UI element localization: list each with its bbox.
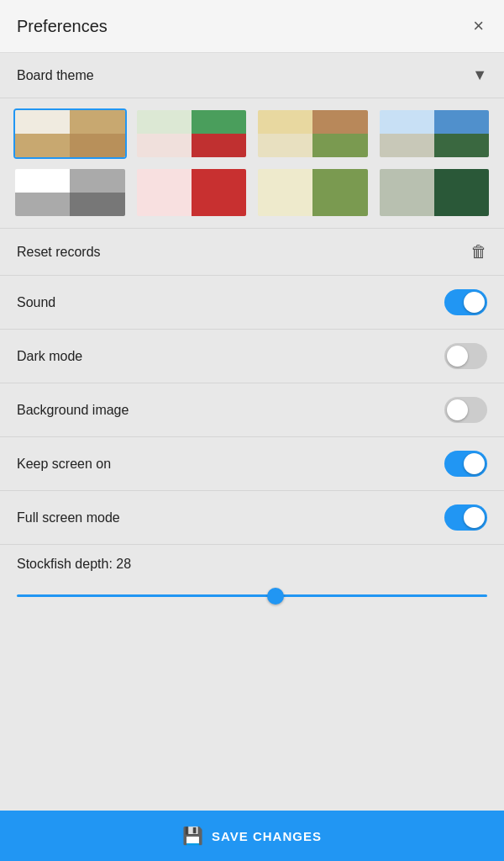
reset-records-button[interactable]: 🗑 (470, 242, 487, 261)
theme-swatch-5[interactable] (13, 167, 127, 218)
sound-label: Sound (17, 295, 55, 310)
full-screen-mode-toggle-slider (444, 504, 487, 531)
stockfish-label: Stockfish depth: 28 (17, 557, 487, 572)
save-bar[interactable]: 💾 SAVE CHANGES (0, 811, 504, 861)
board-theme-section-header[interactable]: Board theme ▼ (0, 53, 504, 98)
background-image-label: Background image (17, 403, 129, 418)
dark-mode-label: Dark mode (17, 349, 82, 364)
background-image-toggle[interactable] (444, 397, 487, 423)
full-screen-mode-toggle[interactable] (444, 504, 487, 531)
theme-swatch-2[interactable] (135, 108, 249, 159)
dark-mode-toggle-slider (444, 343, 487, 369)
full-screen-mode-row: Full screen mode (0, 491, 504, 545)
sound-toggle[interactable] (444, 289, 487, 315)
theme-swatch-8[interactable] (378, 167, 491, 218)
background-image-toggle-slider (444, 397, 487, 423)
save-button-label: SAVE CHANGES (212, 829, 322, 843)
dark-mode-toggle[interactable] (444, 343, 487, 369)
reset-records-label: Reset records (17, 245, 101, 260)
sound-row: Sound (0, 276, 504, 330)
theme-swatch-3[interactable] (256, 108, 370, 159)
theme-swatch-7[interactable] (256, 167, 370, 218)
full-screen-mode-label: Full screen mode (17, 510, 120, 526)
reset-records-row: Reset records 🗑 (0, 229, 504, 276)
preferences-dialog: Preferences × Board theme ▼ (0, 0, 504, 861)
keep-screen-on-toggle[interactable] (444, 451, 487, 477)
preferences-content: Board theme ▼ (0, 53, 504, 861)
save-icon: 💾 (182, 826, 203, 846)
theme-swatch-1[interactable] (13, 108, 127, 159)
close-button[interactable]: × (470, 15, 487, 37)
keep-screen-on-row: Keep screen on (0, 437, 504, 491)
theme-swatch-4[interactable] (378, 108, 491, 159)
theme-swatches-grid (0, 98, 504, 229)
chevron-down-icon: ▼ (472, 66, 487, 84)
dialog-header: Preferences × (0, 0, 504, 53)
background-image-row: Background image (0, 383, 504, 437)
sound-toggle-slider (444, 289, 487, 315)
keep-screen-on-label: Keep screen on (17, 457, 111, 472)
dialog-title: Preferences (17, 17, 108, 36)
stockfish-depth-slider[interactable] (17, 594, 487, 597)
dark-mode-row: Dark mode (0, 330, 504, 383)
keep-screen-on-toggle-slider (444, 451, 487, 477)
stockfish-section: Stockfish depth: 28 (0, 545, 504, 617)
theme-swatch-6[interactable] (135, 167, 249, 218)
board-theme-label: Board theme (17, 68, 94, 83)
